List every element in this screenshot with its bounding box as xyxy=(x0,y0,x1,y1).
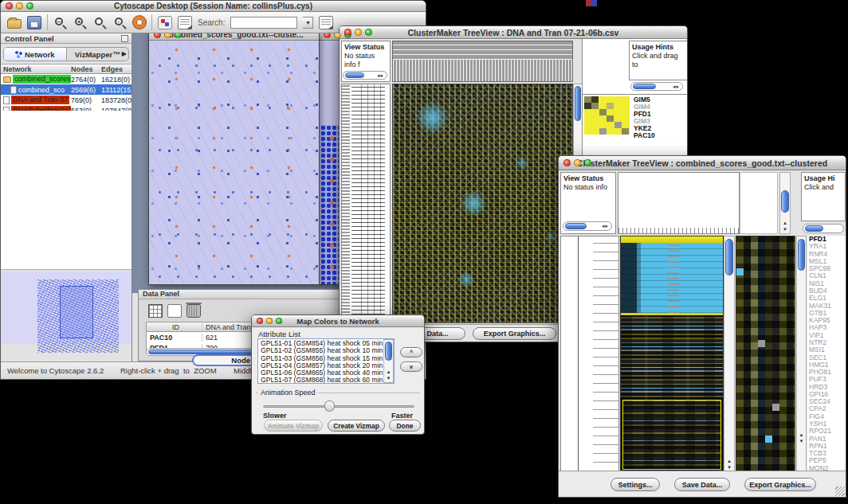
save-session-icon[interactable] xyxy=(27,16,41,29)
minimize-button[interactable] xyxy=(266,318,273,324)
close-button[interactable] xyxy=(6,2,13,10)
network-tree-table: Network Nodes Edges combined_scores 2764… xyxy=(1,64,132,115)
heatmap-vscrollbar[interactable]: ▲▼ xyxy=(724,236,735,472)
zoom-selected-icon[interactable] xyxy=(93,16,108,29)
column-dendrogram[interactable] xyxy=(618,172,740,234)
move-down-button[interactable]: v xyxy=(400,361,422,372)
usage-hints-panel: Usage Hints Click and drag to xyxy=(629,41,688,80)
zoom-window-button[interactable] xyxy=(584,159,591,166)
animate-vizmap-button[interactable]: Animate Vizmap xyxy=(264,420,323,432)
vizmapper-icon[interactable] xyxy=(158,16,172,29)
animation-speed-label: Animation Speed xyxy=(258,389,318,397)
treeview2-title: ClusterMaker TreeView : combined_scores_… xyxy=(559,158,846,168)
tab-vizmapper[interactable]: VizMapper™ xyxy=(67,48,129,61)
heatmap-global-view[interactable] xyxy=(392,84,573,323)
delete-attribute-icon[interactable] xyxy=(186,304,201,318)
treeview2-button-bar: Settings... Save Data... Export Graphics… xyxy=(559,471,846,497)
save-data-button[interactable]: Save Data... xyxy=(674,478,730,491)
tab-overflow-arrow[interactable]: ▶ xyxy=(122,50,127,57)
open-session-icon[interactable] xyxy=(7,19,22,29)
zoom-window-button[interactable] xyxy=(365,29,372,36)
minimize-button[interactable] xyxy=(164,33,171,38)
usage-hints-hscrollbar[interactable]: ◂▸ xyxy=(630,82,683,91)
new-attribute-icon[interactable] xyxy=(167,304,182,318)
main-window-title: Cytoscape Desktop (Session Name: collins… xyxy=(1,2,426,10)
network-row-selected[interactable]: combined_sco 2569(6) 13112(15) xyxy=(1,84,132,95)
dialog-titlebar[interactable]: Map Colors to Network xyxy=(252,315,424,327)
network-tree-empty-area xyxy=(1,111,132,270)
view-status-hscrollbar[interactable]: ◂▸ xyxy=(563,221,612,231)
zoom-heatmap-view[interactable] xyxy=(736,236,795,472)
export-graphics-button[interactable]: Export Graphics... xyxy=(473,327,556,340)
zoom-window-button[interactable] xyxy=(276,318,282,324)
treeview2-titlebar[interactable]: ClusterMaker TreeView : combined_scores_… xyxy=(559,156,846,170)
attribute-select-icon[interactable] xyxy=(148,304,163,318)
done-button[interactable]: Done xyxy=(389,420,421,432)
treeview1-titlebar[interactable]: ClusterMaker TreeView : DNA and Tran 07-… xyxy=(340,26,687,39)
status-welcome: Welcome to Cytoscape 2.6.2 xyxy=(7,366,104,375)
heatmap-global-view[interactable] xyxy=(620,236,724,472)
zoom-in-icon[interactable]: + xyxy=(73,16,88,29)
zoom-row-labels: GIM5GIM4PFD1GIM3YKE2PAC10 xyxy=(634,96,673,139)
minimize-button[interactable] xyxy=(16,2,23,10)
zoom-vscrollbar[interactable]: ▲▼ xyxy=(796,236,807,472)
zoom-window-button[interactable] xyxy=(175,33,182,38)
close-button[interactable] xyxy=(344,29,351,36)
control-panel: Control Panel Network VizMapper™ ▶ Netwo… xyxy=(1,33,132,361)
row-dendrogram[interactable] xyxy=(341,84,391,323)
attribute-list-vscrollbar[interactable]: ▲▼ xyxy=(383,339,394,383)
heatmap-selection-box xyxy=(622,400,721,470)
toolbar-separator xyxy=(47,14,48,30)
zoom-heatmap-matrix[interactable] xyxy=(584,96,630,135)
resize-grip[interactable] xyxy=(835,486,845,496)
document-icon xyxy=(3,96,10,104)
tab-network[interactable]: Network xyxy=(4,48,67,61)
minimize-button[interactable] xyxy=(574,159,581,166)
heatmap-mixed-rows xyxy=(621,315,723,400)
network1-titlebar[interactable]: combined_scores_good.txt--cluste... xyxy=(149,33,319,41)
settings-button[interactable]: Settings... xyxy=(610,478,660,491)
gene-row-labels: PFD1YRA1RNR4MSL1SPC98CLN1NIS1BUD4ELG1MAK… xyxy=(807,236,846,472)
network-row-dna-tran[interactable]: DNA and Tran 07 769(0) 183728(0) xyxy=(1,95,132,105)
close-button[interactable] xyxy=(257,318,263,324)
minimize-button[interactable] xyxy=(334,33,341,38)
row-label: PAC10 xyxy=(634,132,673,139)
speed-slider-track[interactable] xyxy=(263,405,414,408)
background-window-fragment xyxy=(586,0,597,6)
network-row-combined-scores[interactable]: combined_scores 2764(0) 16218(0) xyxy=(1,74,132,84)
create-vizmap-button[interactable]: Create Vizmap xyxy=(328,420,385,432)
configure-search-icon[interactable] xyxy=(319,16,333,29)
export-graphics-button[interactable]: Export Graphics... xyxy=(744,478,816,491)
attribute-list-item[interactable]: GPL51-07 (GSM868) heat shock 60 min xyxy=(261,377,394,384)
document-icon xyxy=(10,86,17,94)
annotation-icon[interactable] xyxy=(178,16,192,29)
search-input[interactable] xyxy=(230,17,297,29)
minimize-button[interactable] xyxy=(355,29,362,36)
animation-speed-group: Animation Speed xyxy=(256,393,420,393)
row-dendrogram[interactable] xyxy=(560,236,619,472)
move-up-button[interactable]: ^ xyxy=(400,347,422,357)
zoom-window-button[interactable] xyxy=(26,2,33,10)
attribute-list[interactable]: GPL51-01 (GSM854) heat shock 05 minGPL51… xyxy=(257,338,395,384)
view-status-hscrollbar[interactable]: ◂▸ xyxy=(343,71,387,80)
close-button[interactable] xyxy=(154,33,161,38)
help-lifesaver-icon[interactable] xyxy=(133,16,146,29)
usage-hints-hscrollbar[interactable] xyxy=(803,224,844,233)
zoom-fit-icon[interactable]: ▫ xyxy=(113,16,128,29)
search-dropdown-arrow[interactable]: ▼ xyxy=(303,17,313,29)
main-titlebar[interactable]: Cytoscape Desktop (Session Name: collins… xyxy=(1,1,426,12)
close-button[interactable] xyxy=(563,159,571,166)
network1-canvas[interactable] xyxy=(149,43,319,284)
column-dendrogram[interactable] xyxy=(392,41,573,82)
zoom-out-icon[interactable]: − xyxy=(53,16,68,29)
navigator-viewport-rect[interactable] xyxy=(60,286,93,338)
column-labels-vscrollbar[interactable]: ▲▼ xyxy=(779,172,791,234)
heatmap-yellow-band xyxy=(621,236,723,243)
speed-slider-thumb[interactable] xyxy=(324,400,335,412)
data-panel-header: Data Panel xyxy=(139,290,347,299)
control-panel-float-icon[interactable] xyxy=(121,35,128,42)
control-panel-tabs: Network VizMapper™ xyxy=(3,47,129,61)
attribute-list-label: Attribute List xyxy=(258,330,300,338)
search-label: Search: xyxy=(198,18,225,27)
close-button[interactable] xyxy=(324,33,331,38)
